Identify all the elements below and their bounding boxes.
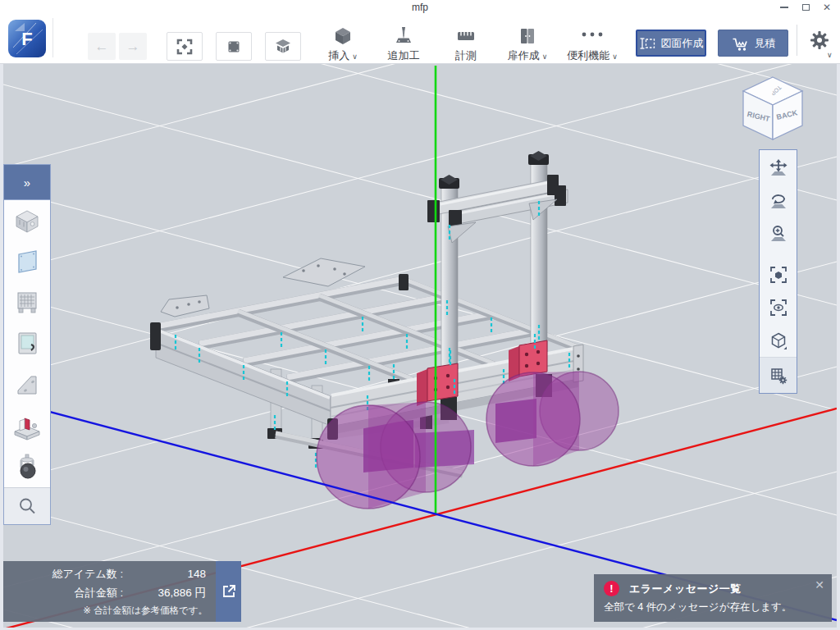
panel-icon	[12, 247, 42, 276]
estimate-summary-panel: 総アイテム数 : 148 合計金額 : 36,886 円 ※ 合計金額は参考価格…	[3, 561, 241, 622]
insert-label: 挿入	[328, 49, 349, 62]
title-bar: mfp ✕	[0, 0, 840, 15]
connector-parts-icon	[12, 411, 42, 441]
main-toolbar: F ← →	[0, 15, 840, 64]
sidebar-item-frame[interactable]	[4, 200, 50, 241]
estimate-button[interactable]: 見積	[718, 30, 788, 57]
chevron-down-icon: ∨	[827, 51, 833, 59]
svg-text:F: F	[21, 29, 32, 49]
total-price-label: 合計金額 :	[10, 586, 123, 600]
grid-settings-button[interactable]	[760, 357, 797, 393]
ellipsis-icon	[555, 26, 630, 46]
fit-selection-button[interactable]	[760, 258, 797, 291]
pan-view-button[interactable]	[760, 152, 797, 185]
error-message-text: 全部で 4 件のメッセージが存在します。	[604, 600, 824, 614]
insert-tool[interactable]: 挿入∨	[310, 26, 376, 63]
maximize-button[interactable]	[799, 2, 812, 13]
app-logo[interactable]: F	[8, 20, 46, 57]
plane-select-icon	[225, 38, 243, 56]
minimize-button[interactable]	[778, 2, 791, 13]
viewport-3d[interactable]	[3, 64, 837, 628]
create-drawing-button[interactable]: 図面作成	[636, 30, 706, 57]
item-count-value: 148	[123, 568, 209, 580]
iso-view-button[interactable]	[265, 32, 301, 61]
extrusion-profile-icon	[12, 206, 42, 235]
error-message-panel: ! エラーメッセージ一覧 ✕ 全部で 4 件のメッセージが存在します。	[594, 574, 832, 622]
sidebar-item-mesh-panel[interactable]	[4, 282, 50, 323]
chevron-down-icon: ∨	[612, 52, 618, 61]
external-link-icon	[221, 583, 237, 600]
window-title: mfp	[0, 2, 840, 13]
ground-grid	[3, 64, 837, 628]
expand-sidebar-button[interactable]: »	[4, 165, 50, 200]
search-icon	[17, 496, 37, 516]
mesh-panel-icon	[12, 288, 42, 317]
fit-view-button[interactable]	[167, 32, 203, 61]
additional-machining-label: 追加工	[371, 48, 436, 63]
plane-view-button[interactable]	[216, 32, 252, 61]
caster-icon	[12, 452, 42, 482]
minimize-icon	[780, 7, 788, 8]
sidebar-item-bracket[interactable]	[4, 364, 50, 405]
utilities-tool[interactable]: 便利機能∨	[555, 26, 630, 63]
ruler-icon	[433, 26, 499, 46]
insert-cube-icon	[310, 26, 376, 46]
drawing-icon	[639, 36, 655, 51]
app-logo-icon: F	[8, 20, 46, 57]
scene-canvas	[3, 64, 837, 628]
create-drawing-label: 図面作成	[661, 36, 704, 51]
error-alert-icon: !	[604, 581, 619, 596]
settings-button[interactable]	[806, 26, 833, 54]
display-mode-button[interactable]	[760, 324, 797, 357]
eye-icon	[769, 298, 788, 317]
measure-label: 計測	[433, 48, 499, 63]
open-estimate-button[interactable]	[216, 561, 241, 622]
door-panels-icon	[493, 26, 562, 46]
sidebar-item-caster[interactable]	[4, 446, 50, 487]
zoom-view-button[interactable]	[760, 217, 797, 250]
search-parts-button[interactable]	[4, 487, 50, 524]
drill-icon	[371, 26, 436, 46]
fit-selection-icon	[769, 265, 788, 285]
sidebar-item-door[interactable]	[4, 323, 50, 364]
expand-icon: »	[24, 176, 30, 189]
orbit-icon	[769, 191, 788, 211]
sidebar-item-panel[interactable]	[4, 241, 50, 282]
close-icon: ✕	[823, 2, 831, 12]
pan-icon	[769, 158, 788, 178]
error-close-button[interactable]: ✕	[815, 578, 824, 591]
summary-content: 総アイテム数 : 148 合計金額 : 36,886 円 ※ 合計金額は参考価格…	[3, 561, 216, 622]
view-cube[interactable]: TOP RIGHT BACK	[738, 74, 807, 148]
chevron-down-icon: ∨	[352, 52, 358, 61]
item-count-label: 総アイテム数 :	[10, 567, 123, 582]
make-door-label: 扉作成	[508, 49, 540, 62]
display-cube-icon	[769, 331, 788, 350]
cart-icon	[731, 35, 749, 52]
gear-icon	[808, 29, 831, 52]
visibility-button[interactable]	[760, 291, 797, 324]
fit-screen-icon	[176, 38, 194, 56]
maximize-icon	[802, 4, 810, 11]
door-icon	[12, 329, 42, 358]
measure-tool[interactable]: 計測	[433, 26, 499, 63]
orbit-view-button[interactable]	[760, 185, 797, 217]
iso-view-icon	[274, 38, 292, 56]
error-panel-title: エラーメッセージ一覧	[629, 582, 742, 596]
parts-sidebar: »	[3, 164, 51, 525]
additional-machining-tool[interactable]: 追加工	[371, 26, 436, 63]
grid-settings-icon	[769, 366, 788, 386]
sidebar-item-connector-parts[interactable]	[4, 405, 50, 446]
close-button[interactable]: ✕	[820, 2, 833, 13]
make-door-tool[interactable]: 扉作成∨	[493, 26, 562, 63]
world-axes	[3, 66, 837, 628]
chevron-down-icon: ∨	[542, 52, 548, 61]
utilities-label: 便利機能	[567, 49, 609, 62]
back-button[interactable]: ←	[88, 33, 116, 60]
price-note: ※ 合計金額は参考価格です。	[10, 605, 209, 617]
estimate-label: 見積	[755, 36, 776, 51]
zoom-in-icon	[769, 224, 788, 244]
toolbar-separator	[797, 25, 797, 56]
total-price-value: 36,886 円	[123, 586, 209, 600]
forward-button[interactable]: →	[119, 33, 147, 60]
view-toolbar	[759, 149, 797, 394]
